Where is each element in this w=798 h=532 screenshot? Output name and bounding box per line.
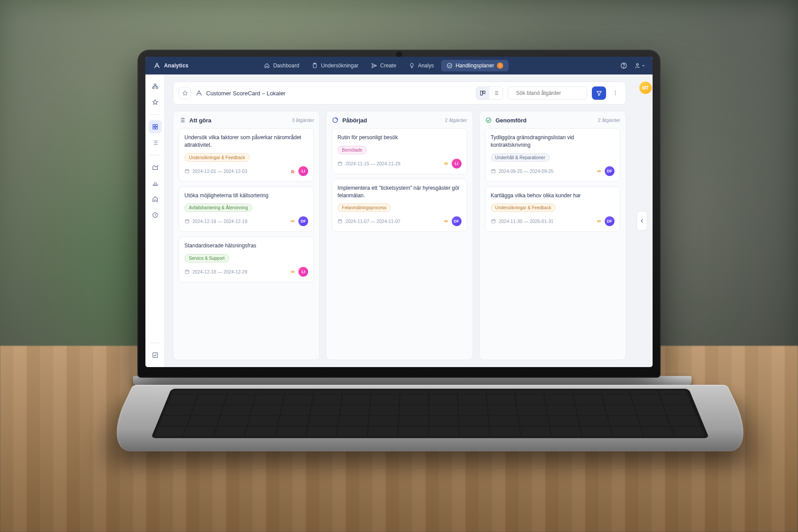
- nav-badge-icon: [497, 63, 503, 69]
- column-title: Påbörjad: [342, 117, 367, 124]
- rail-clock-icon[interactable]: [149, 208, 162, 222]
- rail-checkbox-icon[interactable]: [149, 348, 162, 362]
- rail-chart-icon[interactable]: [149, 176, 162, 190]
- svg-rect-22: [185, 220, 189, 223]
- svg-rect-16: [483, 91, 485, 94]
- column-header: Påbörjad 2 åtgärder: [332, 117, 467, 124]
- calendar-icon: [491, 219, 496, 224]
- list-icon: [179, 117, 186, 124]
- collapse-panel-button[interactable]: [637, 211, 647, 231]
- task-card[interactable]: Standardiserade hälsningsfras Service & …: [179, 236, 314, 282]
- svg-rect-10: [155, 125, 157, 127]
- task-tag: Felanmälningsprocess: [337, 203, 391, 212]
- svg-rect-11: [153, 127, 155, 129]
- rail-home-icon[interactable]: [149, 192, 162, 206]
- page-title: Customer ScoreCard – Lokaler: [206, 90, 286, 97]
- column-count: 2 åtgärder: [598, 117, 620, 123]
- calendar-icon: [337, 161, 343, 166]
- rail-tasks-icon[interactable]: [149, 136, 162, 149]
- priority-icon: [596, 168, 602, 174]
- more-menu[interactable]: [610, 86, 620, 100]
- brand: Analytics: [145, 62, 196, 69]
- svg-point-5: [637, 63, 638, 65]
- nav-undersökningar[interactable]: Undersökningar: [306, 60, 364, 71]
- filter-button[interactable]: [592, 86, 606, 100]
- view-toggle: [476, 86, 503, 100]
- nav-create[interactable]: Create: [366, 60, 402, 71]
- svg-point-20: [615, 94, 616, 95]
- task-title: Utöka möjligheterna till källsortering: [184, 192, 308, 200]
- task-tag: Service & Support: [184, 254, 229, 262]
- svg-rect-8: [156, 87, 158, 88]
- favorite-toggle[interactable]: [179, 87, 191, 99]
- priority-icon: [596, 218, 602, 224]
- help-button[interactable]: [618, 60, 630, 71]
- calendar-icon: [184, 168, 190, 174]
- account-menu[interactable]: [634, 60, 645, 71]
- calendar-icon: [337, 219, 343, 224]
- nav-analys[interactable]: Analys: [403, 60, 439, 71]
- assignee-avatar: LI: [298, 267, 308, 277]
- svg-rect-26: [338, 220, 342, 223]
- svg-rect-28: [492, 169, 495, 173]
- task-dates: 2024-12-19 — 2024-12-19: [192, 219, 247, 224]
- send-icon: [371, 63, 377, 69]
- top-nav: Analytics DashboardUndersökningarCreateA…: [145, 57, 653, 74]
- rail-star-icon[interactable]: [149, 96, 162, 109]
- search-input[interactable]: [516, 90, 583, 96]
- nav-label: Undersökningar: [321, 63, 359, 69]
- task-title: Implementera ett "ticketsystem" när hyre…: [337, 184, 461, 200]
- svg-rect-6: [154, 84, 156, 85]
- nav-label: Handlingsplaner: [456, 63, 494, 69]
- project-icon: [196, 90, 203, 97]
- task-card[interactable]: Implementera ett "ticketsystem" när hyre…: [332, 179, 467, 232]
- column-count: 3 åtgärder: [292, 117, 314, 123]
- task-card[interactable]: Rutin för personligt besök Bemötade 2024…: [332, 128, 467, 174]
- task-title: Undersök vilka faktorer som påverkar när…: [184, 134, 308, 149]
- side-rail: [145, 74, 165, 367]
- svg-point-2: [447, 63, 452, 68]
- task-card[interactable]: Tydliggöra gränsdragningslistan vid kont…: [485, 128, 620, 182]
- task-tag: Avfallshantering & Återvinning: [184, 203, 252, 212]
- calendar-icon: [184, 269, 190, 274]
- task-tag: Bemötade: [337, 146, 367, 154]
- svg-point-4: [623, 67, 624, 67]
- task-dates: 2024-09-25 — 2024-09-25: [499, 168, 554, 174]
- search-box[interactable]: [508, 86, 587, 100]
- bulb-icon: [409, 63, 415, 69]
- task-tag: Undersökningar & Feedback: [491, 203, 556, 212]
- svg-rect-7: [153, 87, 154, 88]
- rail-org-icon[interactable]: [149, 80, 162, 93]
- task-card[interactable]: Utöka möjligheterna till källsortering A…: [179, 186, 314, 232]
- svg-rect-14: [153, 353, 157, 358]
- priority-icon: [289, 168, 296, 174]
- task-dates: 2024-11-15 — 2024-11-29: [345, 161, 400, 166]
- task-title: Standardiserade hälsningsfras: [184, 242, 308, 250]
- svg-point-27: [486, 118, 491, 123]
- assignee-avatar: LI: [452, 159, 462, 168]
- user-avatar[interactable]: MT: [639, 82, 652, 94]
- priority-icon: [443, 160, 449, 167]
- home-icon: [264, 63, 270, 69]
- assignee-avatar: LI: [298, 166, 308, 176]
- svg-rect-23: [185, 270, 189, 274]
- task-dates: 2024-11-30 — 2025-01-31: [499, 219, 554, 224]
- assignee-avatar: DF: [452, 216, 462, 226]
- kanban-board: Att göra 3 åtgärder Undersök vilka fakto…: [173, 111, 626, 360]
- view-board-button[interactable]: [476, 87, 489, 99]
- assignee-avatar: DF: [605, 166, 614, 176]
- svg-point-19: [615, 93, 616, 94]
- rail-reports-icon[interactable]: [149, 160, 162, 174]
- nav-handlingsplaner[interactable]: Handlingsplaner: [441, 60, 509, 71]
- task-card[interactable]: Kartlägga vilka behov olika kunder har U…: [485, 186, 620, 232]
- brand-logo-icon: [153, 62, 160, 69]
- svg-point-18: [615, 91, 616, 92]
- priority-icon: [289, 269, 296, 275]
- nav-dashboard[interactable]: Dashboard: [258, 60, 305, 71]
- rail-board-icon[interactable]: [149, 120, 162, 133]
- page-header: Customer ScoreCard – Lokaler: [173, 82, 626, 105]
- task-card[interactable]: Undersök vilka faktorer som påverkar när…: [179, 128, 314, 182]
- task-dates: 2024-12-01 — 2024-12-03: [192, 168, 247, 174]
- task-tag: Underhåll & Reparationer: [491, 153, 550, 162]
- view-list-button[interactable]: [489, 87, 503, 99]
